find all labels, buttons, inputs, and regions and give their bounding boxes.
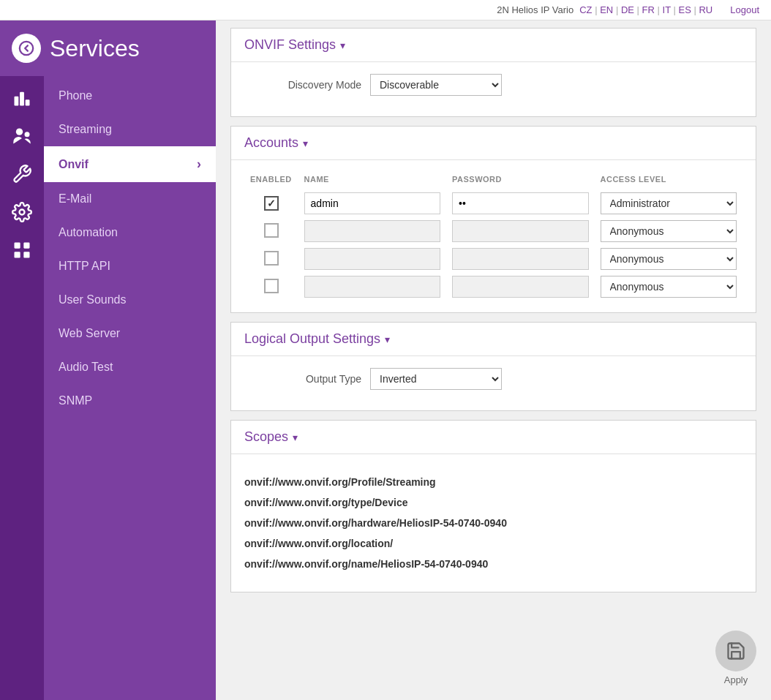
icon-grid[interactable]: [0, 231, 44, 269]
main-content: ONVIF Settings ▾ Discovery Mode Discover…: [216, 20, 771, 700]
onvif-settings-title: ONVIF Settings: [244, 37, 336, 53]
pass-cell-3: [446, 245, 594, 273]
level-select-3[interactable]: Administrator Operator User Anonymous: [601, 248, 737, 270]
sidebar-wrapper: Phone Streaming Onvif › E-Mail Automatio…: [0, 76, 216, 700]
scopes-list: onvif://www.onvif.org/Profile/Streaming …: [244, 466, 742, 580]
level-select-4[interactable]: Administrator Operator User Anonymous: [601, 276, 737, 298]
scopes-header: Scopes ▾: [231, 421, 756, 454]
nav-label-web-server: Web Server: [59, 327, 120, 340]
nav-label-audio-test: Audio Test: [59, 361, 113, 374]
sidebar-item-email[interactable]: E-Mail: [44, 182, 216, 216]
lang-it[interactable]: IT: [663, 4, 671, 15]
pass-input-2[interactable]: [452, 220, 588, 242]
pass-cell-4: [446, 273, 594, 301]
lang-es[interactable]: ES: [678, 4, 691, 15]
name-cell-1: [298, 189, 446, 217]
sidebar-item-streaming[interactable]: Streaming: [44, 113, 216, 146]
icon-users[interactable]: [0, 117, 44, 155]
icon-bar-chart[interactable]: [0, 79, 44, 117]
apply-label: Apply: [724, 674, 748, 685]
apply-button[interactable]: [715, 631, 756, 671]
level-cell-1: Administrator Operator User Anonymous: [595, 189, 743, 217]
nav-label-automation: Automation: [59, 226, 118, 239]
table-row: Administrator Operator User Anonymous: [244, 217, 742, 245]
top-bar: 2N Helios IP Vario CZ | EN | DE | FR | I…: [0, 0, 771, 20]
checkbox-1[interactable]: [264, 196, 279, 211]
nav-label-email: E-Mail: [59, 192, 91, 206]
list-item: onvif://www.onvif.org/Profile/Streaming: [244, 472, 742, 492]
sep3: |: [637, 4, 642, 15]
onvif-settings-section: ONVIF Settings ▾ Discovery Mode Discover…: [230, 28, 756, 117]
sidebar-item-http-api[interactable]: HTTP API: [44, 249, 216, 283]
icon-column: [0, 76, 44, 700]
onvif-settings-toggle[interactable]: ▾: [340, 39, 345, 51]
output-type-select[interactable]: Inverted Normal: [370, 368, 502, 390]
sidebar-item-onvif[interactable]: Onvif ›: [44, 146, 216, 182]
name-input-4[interactable]: [304, 276, 440, 298]
lang-ru[interactable]: RU: [699, 4, 712, 15]
chevron-right-icon: ›: [197, 157, 201, 172]
lang-cz[interactable]: CZ: [579, 4, 592, 15]
pass-input-4[interactable]: [452, 276, 588, 298]
level-select-1[interactable]: Administrator Operator User Anonymous: [601, 192, 737, 214]
scopes-title: Scopes: [244, 429, 288, 445]
name-input-3[interactable]: [304, 248, 440, 270]
checkbox-3[interactable]: [264, 251, 279, 266]
checkbox-4[interactable]: [264, 279, 279, 293]
scopes-toggle[interactable]: ▾: [293, 432, 298, 443]
lang-de[interactable]: DE: [621, 4, 634, 15]
pass-input-3[interactable]: [452, 248, 588, 270]
onvif-settings-body: Discovery Mode Discoverable NonDiscovera…: [231, 62, 756, 116]
nav-label-user-sounds: User Sounds: [59, 293, 127, 306]
logical-output-header: Logical Output Settings ▾: [231, 323, 756, 356]
nav-label-http-api: HTTP API: [59, 260, 110, 273]
sidebar-title: Services: [50, 35, 140, 62]
name-input-1[interactable]: [304, 192, 440, 214]
back-button[interactable]: [12, 34, 41, 63]
svg-point-0: [20, 42, 33, 55]
list-item: onvif://www.onvif.org/location/: [244, 533, 742, 554]
output-type-row: Output Type Inverted Normal: [244, 368, 742, 390]
layout: Services: [0, 20, 771, 700]
level-cell-3: Administrator Operator User Anonymous: [595, 245, 743, 273]
discovery-mode-select[interactable]: Discoverable NonDiscoverable: [370, 74, 502, 96]
svg-point-5: [25, 132, 30, 137]
logical-output-body: Output Type Inverted Normal: [231, 356, 756, 410]
col-header-password: Password: [446, 172, 594, 189]
apply-area: Apply: [715, 631, 756, 685]
sidebar-item-automation[interactable]: Automation: [44, 216, 216, 249]
checkbox-2[interactable]: [264, 223, 279, 238]
sidebar-item-phone[interactable]: Phone: [44, 79, 216, 113]
table-row: Administrator Operator User Anonymous: [244, 189, 742, 217]
scopes-section: Scopes ▾ onvif://www.onvif.org/Profile/S…: [230, 420, 756, 592]
svg-rect-9: [15, 252, 20, 257]
icon-settings[interactable]: [0, 193, 44, 231]
lang-en[interactable]: EN: [600, 4, 613, 15]
name-input-2[interactable]: [304, 220, 440, 242]
sidebar-item-web-server[interactable]: Web Server: [44, 317, 216, 350]
lang-fr[interactable]: FR: [642, 4, 655, 15]
table-row: Administrator Operator User Anonymous: [244, 273, 742, 301]
sidebar-item-audio-test[interactable]: Audio Test: [44, 350, 216, 384]
nav-label-onvif: Onvif: [59, 158, 89, 171]
sidebar-item-snmp[interactable]: SNMP: [44, 384, 216, 418]
nav-label-phone: Phone: [59, 89, 92, 102]
name-cell-3: [298, 245, 446, 273]
logical-output-toggle[interactable]: ▾: [385, 334, 390, 345]
icon-tools[interactable]: [0, 155, 44, 193]
pass-input-1[interactable]: [452, 192, 588, 214]
accounts-section-toggle[interactable]: ▾: [303, 138, 308, 149]
output-type-label: Output Type: [244, 373, 361, 385]
list-item: onvif://www.onvif.org/type/Device: [244, 492, 742, 513]
svg-rect-8: [23, 243, 29, 249]
device-name: 2N Helios IP Vario: [497, 4, 573, 15]
sidebar-item-user-sounds[interactable]: User Sounds: [44, 283, 216, 317]
discovery-mode-row: Discovery Mode Discoverable NonDiscovera…: [244, 74, 742, 96]
level-select-2[interactable]: Administrator Operator User Anonymous: [601, 220, 737, 242]
col-header-enabled: Enabled: [244, 172, 298, 189]
svg-rect-2: [20, 92, 24, 106]
language-links[interactable]: CZ | EN | DE | FR | IT | ES | RU: [579, 4, 712, 15]
logout-link[interactable]: Logout: [730, 4, 759, 15]
list-item: onvif://www.onvif.org/hardware/HeliosIP-…: [244, 513, 742, 533]
pass-cell-1: [446, 189, 594, 217]
